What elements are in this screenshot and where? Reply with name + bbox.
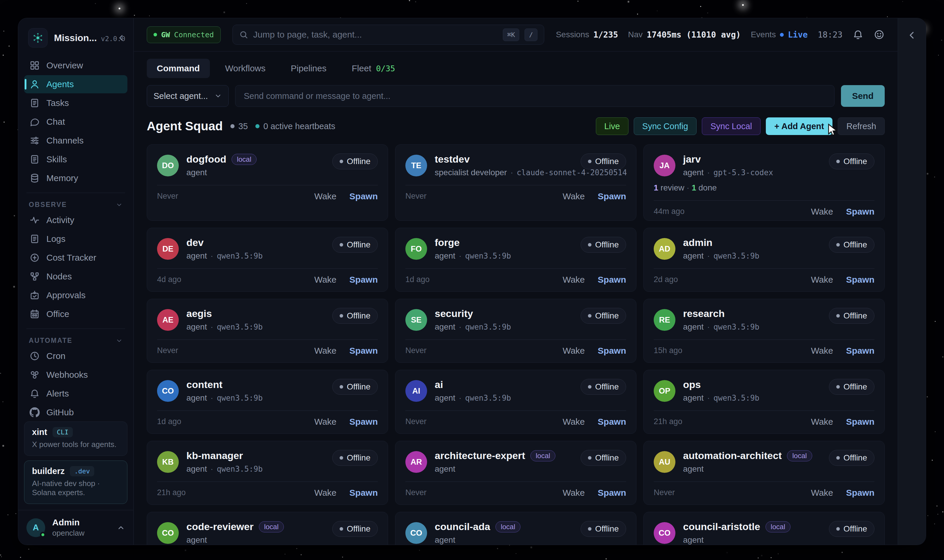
sidebar-item-activity[interactable]: Activity xyxy=(24,211,128,229)
live-dot xyxy=(780,33,784,37)
divider xyxy=(157,339,378,340)
sidebar-item-tasks[interactable]: Tasks xyxy=(24,94,128,112)
sidebar-item-office[interactable]: Office xyxy=(24,305,128,323)
user-menu[interactable]: A Admin openclaw xyxy=(18,510,133,545)
sidebar-item-logs[interactable]: Logs xyxy=(24,230,128,248)
squad-header: Agent Squad 35 0 active heartbeats Live … xyxy=(147,117,885,135)
spawn-button[interactable]: Spawn xyxy=(349,417,378,427)
wake-button[interactable]: Wake xyxy=(811,346,833,356)
spawn-button[interactable]: Spawn xyxy=(598,488,626,498)
wake-button[interactable]: Wake xyxy=(314,346,337,356)
notifications-button[interactable] xyxy=(852,29,864,40)
feedback-button[interactable] xyxy=(873,29,885,40)
spawn-button[interactable]: Spawn xyxy=(349,275,378,285)
agent-name: dev xyxy=(186,237,204,248)
divider xyxy=(654,410,875,411)
chevron-left-icon xyxy=(907,30,917,40)
spawn-button[interactable]: Spawn xyxy=(846,275,875,285)
sponsor-card-xint[interactable]: xint CLI X power tools for agents. xyxy=(24,422,128,456)
spawn-button[interactable]: Spawn xyxy=(846,207,875,217)
agent-card: AU automation-architect local agent Offl… xyxy=(643,441,885,505)
wake-button[interactable]: Wake xyxy=(314,191,337,202)
spawn-button[interactable]: Spawn xyxy=(349,191,378,202)
tab-command[interactable]: Command xyxy=(147,59,210,78)
offline-dot xyxy=(588,243,592,246)
wake-button[interactable]: Wake xyxy=(811,488,833,498)
wake-button[interactable]: Wake xyxy=(563,488,585,498)
status-badge: Offline xyxy=(581,450,626,466)
divider xyxy=(405,268,626,269)
agent-avatar: TE xyxy=(405,155,427,176)
status-badge: Offline xyxy=(829,521,875,537)
sidebar-item-channels[interactable]: Channels xyxy=(24,131,128,150)
spawn-button[interactable]: Spawn xyxy=(598,417,626,427)
offline-dot xyxy=(836,456,840,460)
divider xyxy=(654,482,875,482)
sponsor-card-builderz[interactable]: builderz .dev AI-native dev shop · Solan… xyxy=(24,460,128,504)
wake-button[interactable]: Wake xyxy=(314,275,337,285)
section-heading-observe[interactable]: OBSERVE xyxy=(29,201,123,209)
gateway-status-badge: GW Connected xyxy=(147,26,221,43)
wake-button[interactable]: Wake xyxy=(314,488,337,498)
agent-subtitle: agent·qwen3.5:9b xyxy=(186,393,263,403)
agent-name: ai xyxy=(435,379,443,390)
agent-card: DE dev agent·qwen3.5:9b Offline 4d ago W… xyxy=(147,228,388,292)
spawn-button[interactable]: Spawn xyxy=(598,275,626,285)
tab-workflows[interactable]: Workflows xyxy=(215,59,276,78)
spawn-button[interactable]: Spawn xyxy=(598,346,626,356)
sidebar-item-cost-tracker[interactable]: Cost Tracker xyxy=(24,249,128,267)
chevron-down-icon xyxy=(116,337,123,344)
wake-button[interactable]: Wake xyxy=(563,275,585,285)
sidebar-collapse-button[interactable] xyxy=(117,34,126,42)
sponsor-badge: CLI xyxy=(52,427,73,437)
search-input[interactable] xyxy=(253,30,498,40)
sidebar-item-alerts[interactable]: Alerts xyxy=(24,385,128,403)
mouse-cursor xyxy=(826,123,841,138)
sidebar-item-chat[interactable]: Chat xyxy=(24,113,128,131)
last-seen: Never xyxy=(654,488,675,497)
app-logo[interactable] xyxy=(28,28,48,48)
sidebar-item-cron[interactable]: Cron xyxy=(24,347,128,365)
offline-dot xyxy=(340,160,343,163)
wake-button[interactable]: Wake xyxy=(811,417,833,427)
sidebar-item-webhooks[interactable]: Webhooks xyxy=(24,366,128,384)
agent-subtitle: agent xyxy=(683,464,812,474)
command-input[interactable] xyxy=(235,85,834,107)
wake-button[interactable]: Wake xyxy=(811,275,833,285)
wake-button[interactable]: Wake xyxy=(314,417,337,427)
wake-button[interactable]: Wake xyxy=(563,191,585,202)
rail-collapse-button[interactable] xyxy=(907,30,917,545)
live-toggle-button[interactable]: Live xyxy=(596,117,629,135)
agent-select-dropdown[interactable]: Select agent... xyxy=(147,85,229,107)
send-button[interactable]: Send xyxy=(841,85,885,107)
sidebar-item-memory[interactable]: Memory xyxy=(24,169,128,187)
spawn-button[interactable]: Spawn xyxy=(349,488,378,498)
wake-button[interactable]: Wake xyxy=(563,346,585,356)
sidebar-item-github[interactable]: GitHub xyxy=(24,403,128,422)
agent-name: content xyxy=(186,379,223,390)
spawn-button[interactable]: Spawn xyxy=(846,417,875,427)
sidebar-item-approvals[interactable]: Approvals xyxy=(24,286,128,305)
wake-button[interactable]: Wake xyxy=(811,207,833,217)
sidebar-item-agents[interactable]: Agents xyxy=(24,75,128,93)
sidebar-item-nodes[interactable]: Nodes xyxy=(24,268,128,286)
global-search[interactable]: ⌘K / xyxy=(232,25,544,45)
sidebar-item-skills[interactable]: Skills xyxy=(24,150,128,168)
tab-fleet[interactable]: Fleet0/35 xyxy=(342,59,405,78)
agent-grid: DO dogfood local agent Offline Never Wak… xyxy=(147,145,885,545)
sidebar-item-overview[interactable]: Overview xyxy=(24,56,128,75)
section-heading-automate[interactable]: AUTOMATE xyxy=(29,337,123,345)
spawn-button[interactable]: Spawn xyxy=(598,191,626,202)
refresh-button[interactable]: Refresh xyxy=(838,117,885,135)
doc-lines-icon xyxy=(29,98,40,108)
spawn-button[interactable]: Spawn xyxy=(846,488,875,498)
add-agent-button[interactable]: + Add Agent xyxy=(766,117,832,135)
agent-name: aegis xyxy=(186,308,212,319)
spawn-button[interactable]: Spawn xyxy=(846,346,875,356)
sync-config-button[interactable]: Sync Config xyxy=(634,117,696,135)
sync-local-button[interactable]: Sync Local xyxy=(702,117,761,135)
tab-pipelines[interactable]: Pipelines xyxy=(281,59,337,78)
local-badge: local xyxy=(530,450,555,462)
spawn-button[interactable]: Spawn xyxy=(349,346,378,356)
wake-button[interactable]: Wake xyxy=(563,417,585,427)
